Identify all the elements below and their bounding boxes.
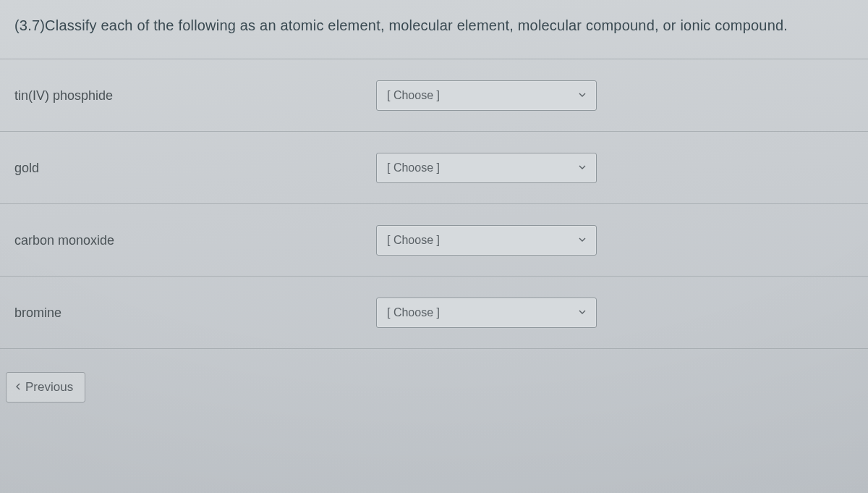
item-label: bromine [14, 304, 376, 321]
choice-select[interactable]: [ Choose ] [376, 153, 597, 183]
item-label: tin(IV) phosphide [14, 87, 376, 104]
previous-label: Previous [25, 380, 73, 395]
choice-select[interactable]: [ Choose ] [376, 80, 597, 111]
select-value[interactable]: [ Choose ] [376, 153, 597, 183]
select-value[interactable]: [ Choose ] [376, 225, 597, 256]
select-value[interactable]: [ Choose ] [376, 80, 597, 111]
choice-select[interactable]: [ Choose ] [376, 225, 597, 256]
select-value[interactable]: [ Choose ] [376, 298, 597, 328]
nav-area: Previous [0, 349, 868, 417]
previous-button[interactable]: Previous [6, 372, 85, 403]
match-row: gold [ Choose ] [0, 132, 868, 204]
item-label: carbon monoxide [14, 232, 376, 248]
caret-left-icon [15, 380, 21, 395]
match-row: bromine [ Choose ] [0, 277, 868, 349]
match-row: carbon monoxide [ Choose ] [0, 204, 868, 277]
match-row: tin(IV) phosphide [ Choose ] [0, 59, 868, 132]
question-prompt: (3.7)Classify each of the following as a… [0, 0, 868, 59]
item-label: gold [14, 159, 376, 176]
choice-select[interactable]: [ Choose ] [376, 298, 597, 328]
